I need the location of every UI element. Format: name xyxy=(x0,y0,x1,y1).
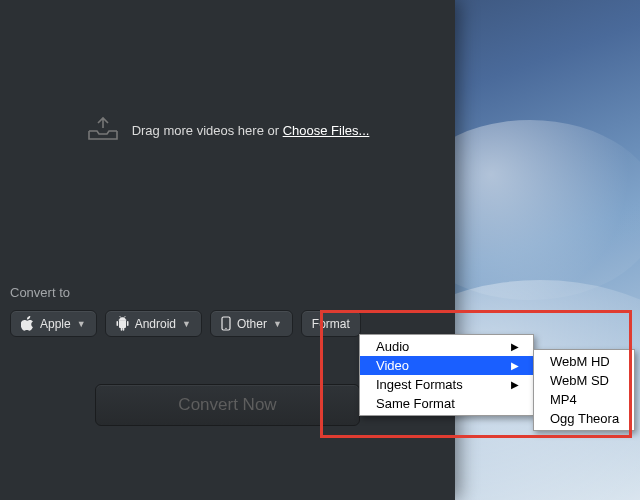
menu-item-ingest-formats[interactable]: Ingest Formats ▶ xyxy=(360,375,533,394)
other-chip[interactable]: Other ▼ xyxy=(210,310,293,337)
drop-text-prefix: Drag more videos here or xyxy=(132,123,283,138)
apple-chip[interactable]: Apple ▼ xyxy=(10,310,97,337)
caret-down-icon: ▼ xyxy=(273,319,282,329)
menu-item-label: Same Format xyxy=(376,394,455,413)
submenu-arrow-icon: ▶ xyxy=(511,375,519,394)
device-icon xyxy=(221,316,231,331)
android-icon xyxy=(116,316,129,331)
svg-point-3 xyxy=(225,328,226,329)
menu-item-label: WebM SD xyxy=(550,371,609,390)
menu-item-label: WebM HD xyxy=(550,352,610,371)
submenu-arrow-icon: ▶ xyxy=(511,337,519,356)
menu-item-ogg-theora[interactable]: Ogg Theora xyxy=(534,409,634,428)
submenu-arrow-icon: ▶ xyxy=(511,356,519,375)
video-submenu: WebM HD WebM SD MP4 Ogg Theora xyxy=(533,349,635,431)
choose-files-link[interactable]: Choose Files... xyxy=(283,123,370,138)
android-chip-label: Android xyxy=(135,317,176,331)
menu-item-mp4[interactable]: MP4 xyxy=(534,390,634,409)
upload-tray-icon xyxy=(86,115,120,145)
format-chip[interactable]: Format xyxy=(301,310,361,337)
drop-text: Drag more videos here or Choose Files... xyxy=(132,123,370,138)
menu-item-webm-sd[interactable]: WebM SD xyxy=(534,371,634,390)
android-chip[interactable]: Android ▼ xyxy=(105,310,202,337)
svg-rect-1 xyxy=(127,321,129,326)
convert-now-button[interactable]: Convert Now xyxy=(95,384,360,426)
menu-item-video[interactable]: Video ▶ xyxy=(360,356,533,375)
menu-item-label: Video xyxy=(376,356,409,375)
menu-item-label: Ingest Formats xyxy=(376,375,463,394)
drop-area[interactable]: Drag more videos here or Choose Files... xyxy=(0,0,455,260)
format-chip-label: Format xyxy=(312,317,350,331)
caret-down-icon: ▼ xyxy=(77,319,86,329)
svg-rect-0 xyxy=(116,321,118,326)
menu-item-audio[interactable]: Audio ▶ xyxy=(360,337,533,356)
caret-down-icon: ▼ xyxy=(182,319,191,329)
format-chip-row: Apple ▼ Android ▼ Other ▼ xyxy=(10,310,445,337)
convert-now-label: Convert Now xyxy=(178,395,276,415)
menu-item-webm-hd[interactable]: WebM HD xyxy=(534,352,634,371)
apple-chip-label: Apple xyxy=(40,317,71,331)
convert-section: Convert to Apple ▼ Android ▼ xyxy=(0,285,455,337)
menu-item-label: Audio xyxy=(376,337,409,356)
convert-to-label: Convert to xyxy=(10,285,445,300)
format-menu: Audio ▶ Video ▶ Ingest Formats ▶ Same Fo… xyxy=(359,334,534,416)
menu-item-same-format[interactable]: Same Format xyxy=(360,394,533,413)
menu-item-label: MP4 xyxy=(550,390,577,409)
other-chip-label: Other xyxy=(237,317,267,331)
menu-item-label: Ogg Theora xyxy=(550,409,619,428)
apple-icon xyxy=(21,316,34,331)
converter-app-window: Drag more videos here or Choose Files...… xyxy=(0,0,455,500)
